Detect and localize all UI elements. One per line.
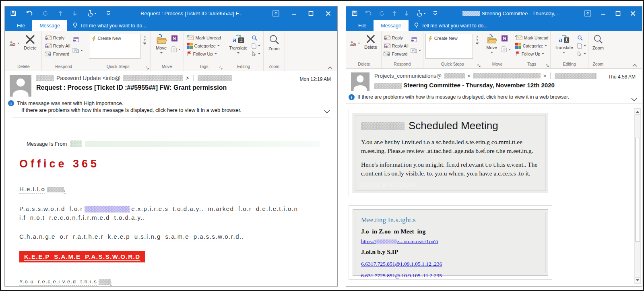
tab-message[interactable]: Message [32,20,67,31]
im-icon[interactable] [411,47,421,54]
zoom-button[interactable]: Zoom [590,33,606,52]
group-zoom: Zoom Zoom [588,31,608,68]
save-icon[interactable] [352,10,357,16]
delete-button[interactable]: Delete [22,33,39,52]
move-button[interactable]: Move [484,33,500,56]
group-label-zoom: Zoom [590,61,606,68]
find-icon[interactable] [252,34,260,41]
meeting-icon[interactable] [72,35,83,43]
ribbon-display-options-icon[interactable] [272,10,279,17]
forward-button[interactable]: Forward [384,50,409,58]
tab-file[interactable]: File [351,20,374,31]
follow-up-button[interactable]: Follow Up [187,50,221,58]
related-icon[interactable] [577,42,586,50]
collapse-ribbon-chevron[interactable] [632,64,637,67]
move-button[interactable]: Move [153,33,169,56]
forward-button[interactable]: Forward [45,50,70,58]
header-expand-chevron[interactable] [631,98,637,101]
tags-dialog-launcher[interactable] [546,64,549,67]
scroll-track[interactable] [635,115,640,277]
undo-icon[interactable] [365,10,372,16]
scroll-up-arrow[interactable] [635,108,640,115]
tab-file[interactable]: File [10,20,32,31]
keep-same-password-button[interactable]: K.E.E.P S.A.M.E P.A.S.S.W.O.R.D [19,251,145,262]
redacted-subject-prefix [374,83,402,89]
tags-dialog-launcher[interactable] [219,66,223,70]
window-title: Request : Process [Ticket ID :##5955##] … [111,10,272,17]
maximize-button[interactable] [615,11,621,16]
close-button[interactable] [630,11,636,16]
redo-icon[interactable] [42,10,48,17]
mark-unread-button[interactable]: Mark Unread [515,34,549,41]
minimize-button[interactable] [601,11,606,16]
categorize-button[interactable]: Categorize [515,42,549,50]
quick-steps-dialog-launcher[interactable] [146,66,149,70]
web-browser-notice[interactable]: If there are problems with how this mess… [357,94,569,100]
select-icon[interactable] [577,50,586,58]
customize-qat-icon[interactable] [433,11,438,16]
find-icon[interactable] [577,34,586,41]
tab-message[interactable]: Message [374,20,409,31]
customize-qat-icon[interactable] [106,11,111,16]
ribbon-tabs: File Message Tell me what you want to do… [5,20,337,31]
onenote-icon[interactable]: N [502,35,511,42]
follow-up-button[interactable]: Follow Up [515,50,549,58]
collapse-ribbon-chevron[interactable] [328,66,332,69]
mark-unread-button[interactable]: Mark Unread [187,34,221,41]
next-item-icon[interactable] [404,10,409,16]
related-icon[interactable] [252,42,260,50]
previous-item-icon[interactable] [392,10,397,16]
sip-link-1[interactable]: 6.6317.725.851@1.09.1.05.1.12..236 [361,261,540,267]
actions-icon[interactable] [171,45,181,53]
translate-button[interactable]: a Translate [553,33,575,56]
sip-link-2[interactable]: 6.631.7725.851@.10.9.105..11.2.235 [361,272,540,279]
previous-item-icon[interactable] [58,10,63,16]
ignore-icon[interactable] [349,39,360,47]
onenote-icon[interactable]: N [171,35,181,42]
web-browser-notice[interactable]: If there are problems with how this mess… [21,107,332,113]
divider [550,72,551,79]
zoom-button[interactable]: Zoom [266,33,282,52]
quick-steps-gallery[interactable]: Create New [425,34,473,59]
info-icon: i [349,94,355,100]
reply-button[interactable]: Reply [45,34,70,41]
actions-icon[interactable] [502,45,511,53]
delete-button[interactable]: Delete [362,33,379,51]
tell-me-box[interactable]: Tell me what you want to do... [409,20,493,31]
header-expand-chevron[interactable] [324,110,330,114]
reply-button[interactable]: Reply [384,34,409,41]
close-button[interactable] [326,11,331,16]
touch-mode-icon[interactable] [87,10,97,17]
quick-steps-scroll[interactable]: ▲▼ [142,33,147,46]
quick-steps-gallery[interactable]: Create New [89,34,140,59]
meeting-icon[interactable] [411,35,421,43]
select-icon[interactable] [252,50,260,58]
tell-me-box[interactable]: Tell me what you want to do... [67,20,152,31]
translate-caret [563,52,565,54]
scroll-down-arrow[interactable] [635,277,640,284]
importance-notice: This message was sent with High importan… [17,100,123,106]
reply-all-button[interactable]: Reply All [45,42,70,50]
redo-icon[interactable] [379,10,385,17]
meeting-insights-heading: Mee.ting In.s.ight.s [361,216,540,224]
scroll-thumb[interactable] [635,138,640,242]
ribbon-display-options-icon[interactable] [584,10,591,17]
undo-icon[interactable] [26,10,33,16]
im-icon[interactable] [72,47,83,54]
quick-steps-dialog-launcher[interactable] [477,64,481,67]
quick-steps-scroll[interactable]: ▲▼ [475,33,480,46]
group-label-tags: Tags [187,63,221,71]
touch-mode-icon[interactable] [416,10,426,17]
group-label-quick-steps: Quick Steps [89,63,147,71]
zoom-meeting-link[interactable]: https://z...oo.m.us/c/1pa7i [361,238,438,245]
save-icon[interactable] [10,10,16,16]
minimize-button[interactable] [291,11,296,16]
ignore-icon[interactable] [8,39,20,47]
categorize-button[interactable]: Categorize [187,42,221,50]
vertical-scrollbar[interactable] [634,108,641,284]
next-item-icon[interactable] [72,10,77,16]
review-agenda-link[interactable]: R.EV.IE.W AG.EN.DA [360,182,417,188]
translate-button[interactable]: a Translate [227,33,249,56]
maximize-button[interactable] [308,11,314,16]
reply-all-button[interactable]: Reply All [384,42,409,50]
